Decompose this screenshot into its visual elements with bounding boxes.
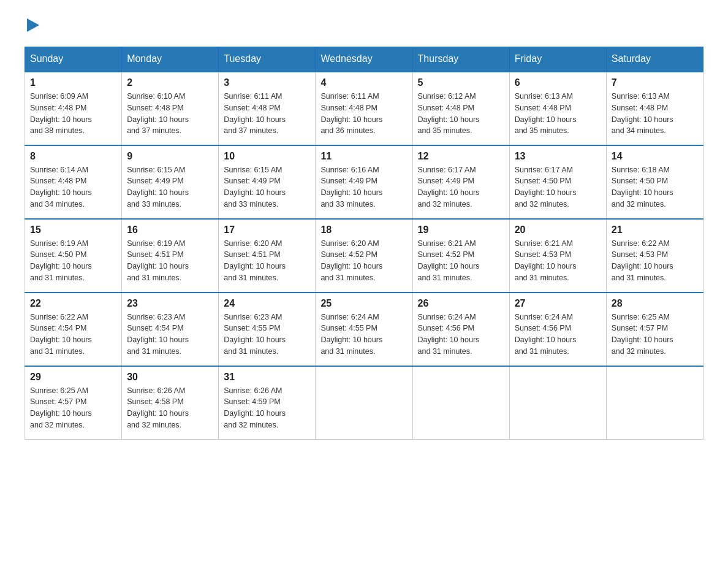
day-info: Sunrise: 6:19 AM Sunset: 4:50 PM Dayligh…: [30, 238, 116, 284]
day-number: 4: [320, 77, 407, 88]
day-number: 23: [127, 298, 213, 309]
calendar-day-cell: 23 Sunrise: 6:23 AM Sunset: 4:54 PM Dayl…: [122, 293, 219, 366]
day-number: 5: [418, 77, 504, 88]
day-info: Sunrise: 6:18 AM Sunset: 4:50 PM Dayligh…: [612, 164, 698, 210]
calendar-week-row: 8 Sunrise: 6:14 AM Sunset: 4:48 PM Dayli…: [25, 145, 703, 219]
day-number: 8: [30, 151, 116, 162]
calendar-day-cell: 25 Sunrise: 6:24 AM Sunset: 4:55 PM Dayl…: [316, 293, 412, 366]
day-info: Sunrise: 6:15 AM Sunset: 4:49 PM Dayligh…: [127, 164, 213, 210]
logo: [25, 18, 39, 34]
calendar-week-row: 1 Sunrise: 6:09 AM Sunset: 4:48 PM Dayli…: [25, 72, 703, 145]
calendar-day-cell: 2 Sunrise: 6:10 AM Sunset: 4:48 PM Dayli…: [122, 72, 219, 145]
calendar-day-cell: 11 Sunrise: 6:16 AM Sunset: 4:49 PM Dayl…: [316, 145, 412, 219]
day-info: Sunrise: 6:23 AM Sunset: 4:55 PM Dayligh…: [224, 312, 310, 358]
day-info: Sunrise: 6:09 AM Sunset: 4:48 PM Dayligh…: [30, 91, 116, 137]
day-info: Sunrise: 6:20 AM Sunset: 4:51 PM Dayligh…: [224, 238, 310, 284]
day-number: 1: [30, 77, 116, 88]
weekday-header-tuesday: Tuesday: [219, 47, 316, 72]
calendar-day-cell: 12 Sunrise: 6:17 AM Sunset: 4:49 PM Dayl…: [412, 145, 509, 219]
calendar-day-cell: 13 Sunrise: 6:17 AM Sunset: 4:50 PM Dayl…: [509, 145, 606, 219]
calendar-day-cell: [606, 366, 703, 440]
day-info: Sunrise: 6:22 AM Sunset: 4:54 PM Dayligh…: [30, 312, 116, 358]
calendar-day-cell: 15 Sunrise: 6:19 AM Sunset: 4:50 PM Dayl…: [25, 219, 122, 293]
calendar-day-cell: 29 Sunrise: 6:25 AM Sunset: 4:57 PM Dayl…: [25, 366, 122, 440]
svg-marker-0: [27, 18, 39, 32]
calendar-day-cell: 27 Sunrise: 6:24 AM Sunset: 4:56 PM Dayl…: [509, 293, 606, 366]
day-info: Sunrise: 6:21 AM Sunset: 4:53 PM Dayligh…: [515, 238, 601, 284]
day-info: Sunrise: 6:15 AM Sunset: 4:49 PM Dayligh…: [224, 164, 310, 210]
calendar-day-cell: 19 Sunrise: 6:21 AM Sunset: 4:52 PM Dayl…: [412, 219, 509, 293]
day-info: Sunrise: 6:11 AM Sunset: 4:48 PM Dayligh…: [320, 91, 407, 137]
day-number: 9: [127, 151, 213, 162]
calendar-day-cell: [316, 366, 412, 440]
day-number: 25: [320, 298, 407, 309]
weekday-header-saturday: Saturday: [606, 47, 703, 72]
day-info: Sunrise: 6:17 AM Sunset: 4:50 PM Dayligh…: [515, 164, 601, 210]
day-number: 24: [224, 298, 310, 309]
page-header: [25, 18, 703, 34]
calendar-day-cell: 18 Sunrise: 6:20 AM Sunset: 4:52 PM Dayl…: [316, 219, 412, 293]
day-info: Sunrise: 6:19 AM Sunset: 4:51 PM Dayligh…: [127, 238, 213, 284]
calendar-week-row: 22 Sunrise: 6:22 AM Sunset: 4:54 PM Dayl…: [25, 293, 703, 366]
calendar-day-cell: 22 Sunrise: 6:22 AM Sunset: 4:54 PM Dayl…: [25, 293, 122, 366]
calendar-day-cell: 4 Sunrise: 6:11 AM Sunset: 4:48 PM Dayli…: [316, 72, 412, 145]
day-info: Sunrise: 6:10 AM Sunset: 4:48 PM Dayligh…: [127, 91, 213, 137]
day-info: Sunrise: 6:26 AM Sunset: 4:59 PM Dayligh…: [224, 385, 310, 431]
calendar-day-cell: 1 Sunrise: 6:09 AM Sunset: 4:48 PM Dayli…: [25, 72, 122, 145]
calendar-day-cell: 16 Sunrise: 6:19 AM Sunset: 4:51 PM Dayl…: [122, 219, 219, 293]
day-number: 20: [515, 224, 601, 236]
calendar-day-cell: 14 Sunrise: 6:18 AM Sunset: 4:50 PM Dayl…: [606, 145, 703, 219]
day-number: 7: [612, 77, 698, 88]
day-info: Sunrise: 6:22 AM Sunset: 4:53 PM Dayligh…: [612, 238, 698, 284]
calendar-day-cell: 28 Sunrise: 6:25 AM Sunset: 4:57 PM Dayl…: [606, 293, 703, 366]
calendar-day-cell: 9 Sunrise: 6:15 AM Sunset: 4:49 PM Dayli…: [122, 145, 219, 219]
calendar-day-cell: 6 Sunrise: 6:13 AM Sunset: 4:48 PM Dayli…: [509, 72, 606, 145]
calendar-day-cell: 5 Sunrise: 6:12 AM Sunset: 4:48 PM Dayli…: [412, 72, 509, 145]
day-info: Sunrise: 6:20 AM Sunset: 4:52 PM Dayligh…: [320, 238, 407, 284]
day-number: 14: [612, 151, 698, 162]
day-number: 31: [224, 372, 310, 383]
calendar-day-cell: 26 Sunrise: 6:24 AM Sunset: 4:56 PM Dayl…: [412, 293, 509, 366]
day-number: 18: [320, 224, 407, 236]
calendar-day-cell: 20 Sunrise: 6:21 AM Sunset: 4:53 PM Dayl…: [509, 219, 606, 293]
day-number: 15: [30, 224, 116, 236]
day-info: Sunrise: 6:16 AM Sunset: 4:49 PM Dayligh…: [320, 164, 407, 210]
day-number: 12: [418, 151, 504, 162]
day-info: Sunrise: 6:17 AM Sunset: 4:49 PM Dayligh…: [418, 164, 504, 210]
day-info: Sunrise: 6:11 AM Sunset: 4:48 PM Dayligh…: [224, 91, 310, 137]
day-info: Sunrise: 6:25 AM Sunset: 4:57 PM Dayligh…: [30, 385, 116, 431]
calendar-week-row: 15 Sunrise: 6:19 AM Sunset: 4:50 PM Dayl…: [25, 219, 703, 293]
day-info: Sunrise: 6:13 AM Sunset: 4:48 PM Dayligh…: [515, 91, 601, 137]
day-number: 11: [320, 151, 407, 162]
day-number: 13: [515, 151, 601, 162]
calendar-day-cell: 3 Sunrise: 6:11 AM Sunset: 4:48 PM Dayli…: [219, 72, 316, 145]
calendar-week-row: 29 Sunrise: 6:25 AM Sunset: 4:57 PM Dayl…: [25, 366, 703, 440]
weekday-header-row: SundayMondayTuesdayWednesdayThursdayFrid…: [25, 47, 703, 72]
day-number: 2: [127, 77, 213, 88]
day-info: Sunrise: 6:23 AM Sunset: 4:54 PM Dayligh…: [127, 312, 213, 358]
day-number: 16: [127, 224, 213, 236]
day-info: Sunrise: 6:25 AM Sunset: 4:57 PM Dayligh…: [612, 312, 698, 358]
day-info: Sunrise: 6:12 AM Sunset: 4:48 PM Dayligh…: [418, 91, 504, 137]
calendar-day-cell: 10 Sunrise: 6:15 AM Sunset: 4:49 PM Dayl…: [219, 145, 316, 219]
calendar-day-cell: 17 Sunrise: 6:20 AM Sunset: 4:51 PM Dayl…: [219, 219, 316, 293]
day-number: 22: [30, 298, 116, 309]
day-number: 28: [612, 298, 698, 309]
day-number: 30: [127, 372, 213, 383]
day-info: Sunrise: 6:24 AM Sunset: 4:56 PM Dayligh…: [515, 312, 601, 358]
weekday-header-wednesday: Wednesday: [316, 47, 412, 72]
calendar-day-cell: 31 Sunrise: 6:26 AM Sunset: 4:59 PM Dayl…: [219, 366, 316, 440]
day-number: 10: [224, 151, 310, 162]
day-number: 29: [30, 372, 116, 383]
day-number: 17: [224, 224, 310, 236]
calendar-day-cell: 21 Sunrise: 6:22 AM Sunset: 4:53 PM Dayl…: [606, 219, 703, 293]
weekday-header-friday: Friday: [509, 47, 606, 72]
day-number: 26: [418, 298, 504, 309]
day-info: Sunrise: 6:14 AM Sunset: 4:48 PM Dayligh…: [30, 164, 116, 210]
day-info: Sunrise: 6:21 AM Sunset: 4:52 PM Dayligh…: [418, 238, 504, 284]
logo-triangle-icon: [27, 18, 39, 32]
day-info: Sunrise: 6:24 AM Sunset: 4:56 PM Dayligh…: [418, 312, 504, 358]
day-info: Sunrise: 6:24 AM Sunset: 4:55 PM Dayligh…: [320, 312, 407, 358]
calendar-day-cell: 8 Sunrise: 6:14 AM Sunset: 4:48 PM Dayli…: [25, 145, 122, 219]
day-number: 6: [515, 77, 601, 88]
